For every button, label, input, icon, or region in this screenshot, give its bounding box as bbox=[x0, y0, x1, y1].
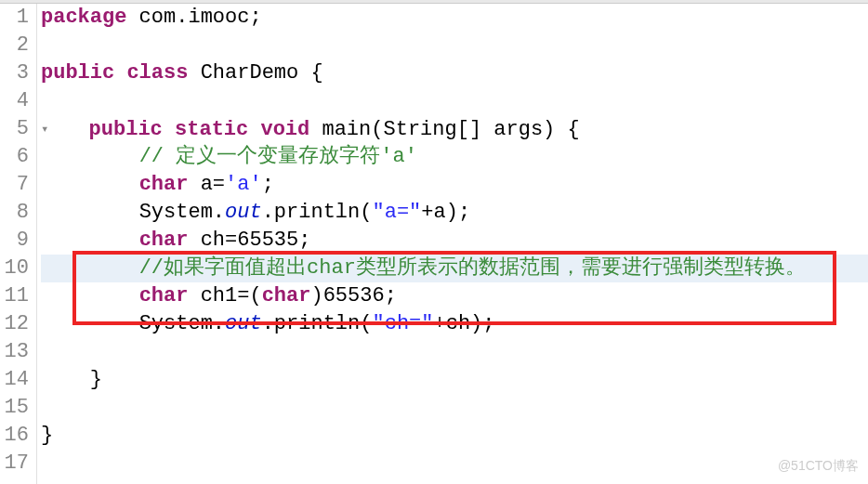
fold-marker-icon[interactable]: ▾ bbox=[41, 115, 52, 143]
line-number: 6 bbox=[0, 143, 29, 171]
code-line[interactable] bbox=[41, 394, 868, 422]
keyword-static: static bbox=[163, 118, 248, 141]
line-number: 16 bbox=[0, 422, 29, 450]
code-line[interactable]: public class CharDemo { bbox=[41, 59, 868, 87]
brace: { bbox=[568, 118, 580, 141]
expr-end: +ch); bbox=[434, 312, 495, 335]
string-literal: "ch=" bbox=[372, 312, 433, 335]
line-number: 15 bbox=[0, 394, 29, 422]
var-decl: ch=65535; bbox=[188, 229, 310, 252]
line-number: 12 bbox=[0, 310, 29, 338]
line-number: 4 bbox=[0, 87, 29, 115]
package-name: com.imooc; bbox=[126, 6, 261, 29]
char-literal: 'a' bbox=[225, 173, 262, 196]
code-editor: 1 2 3 4 5 6 7 8 9 10 11 12 13 14 15 16 1… bbox=[0, 4, 868, 484]
code-line[interactable]: } bbox=[41, 422, 868, 450]
code-line[interactable] bbox=[41, 87, 868, 115]
brace-close: } bbox=[90, 368, 102, 391]
code-line[interactable]: // 定义一个变量存放字符'a' bbox=[41, 143, 868, 171]
code-line[interactable]: char ch1=(char)65536; bbox=[41, 282, 868, 310]
code-line[interactable]: System.out.println("a="+a); bbox=[41, 199, 868, 227]
line-number: 3 bbox=[0, 59, 29, 87]
line-number: 14 bbox=[0, 366, 29, 394]
line-number: 9 bbox=[0, 227, 29, 255]
type-char: char bbox=[139, 229, 189, 252]
var-decl: ch1=( bbox=[188, 284, 261, 307]
static-field-out: out bbox=[225, 201, 262, 224]
line-number: 17 bbox=[0, 450, 29, 477]
cast-value: )65536; bbox=[310, 284, 396, 307]
system-out: System. bbox=[139, 201, 225, 224]
expr-end: +a); bbox=[421, 201, 470, 224]
line-number: 1 bbox=[0, 4, 29, 32]
type-char: char bbox=[139, 173, 189, 196]
keyword-class: class bbox=[114, 61, 188, 85]
code-line[interactable] bbox=[41, 32, 868, 59]
code-line[interactable] bbox=[41, 338, 868, 366]
line-number: 5 bbox=[0, 115, 29, 143]
method-signature: main(String[] args) bbox=[309, 118, 567, 141]
brace: { bbox=[310, 61, 322, 85]
keyword-package: package bbox=[41, 6, 126, 29]
comment-text: //如果字面值超出char类型所表示的数据范围，需要进行强制类型转换。 bbox=[139, 256, 806, 280]
code-line[interactable]: } bbox=[41, 366, 868, 394]
comment-text: // 定义一个变量存放字符'a' bbox=[139, 145, 417, 168]
code-content-area[interactable]: package com.imooc; public class CharDemo… bbox=[37, 4, 868, 484]
string-literal: "a=" bbox=[372, 201, 421, 224]
cast-char: char bbox=[262, 284, 311, 307]
code-line[interactable]: char a='a'; bbox=[41, 171, 868, 199]
line-number-gutter: 1 2 3 4 5 6 7 8 9 10 11 12 13 14 15 16 1… bbox=[0, 4, 37, 484]
line-number: 7 bbox=[0, 171, 29, 199]
static-field-out: out bbox=[225, 312, 262, 335]
line-number: 2 bbox=[0, 32, 29, 59]
system-out: System. bbox=[139, 312, 225, 335]
semicolon: ; bbox=[262, 173, 274, 196]
var-decl: a= bbox=[188, 173, 225, 196]
keyword-void: void bbox=[248, 118, 309, 141]
code-line[interactable]: char ch=65535; bbox=[41, 227, 868, 255]
line-number: 10 bbox=[0, 255, 29, 282]
keyword-public: public bbox=[89, 118, 163, 141]
line-number: 8 bbox=[0, 199, 29, 227]
keyword-public: public bbox=[41, 61, 114, 85]
code-line[interactable]: ▾ public static void main(String[] args)… bbox=[41, 115, 868, 143]
class-name: CharDemo bbox=[188, 61, 310, 85]
code-line[interactable]: package com.imooc; bbox=[41, 4, 868, 32]
watermark-text: @51CTO博客 bbox=[778, 458, 859, 475]
brace-close: } bbox=[41, 424, 53, 447]
type-char: char bbox=[139, 284, 189, 307]
line-number: 11 bbox=[0, 282, 29, 310]
line-number: 13 bbox=[0, 338, 29, 366]
code-line[interactable]: System.out.println("ch="+ch); bbox=[41, 310, 868, 338]
println-call: .println( bbox=[262, 201, 373, 224]
println-call: .println( bbox=[262, 312, 373, 335]
code-line-highlighted[interactable]: //如果字面值超出char类型所表示的数据范围，需要进行强制类型转换。 bbox=[41, 255, 868, 282]
